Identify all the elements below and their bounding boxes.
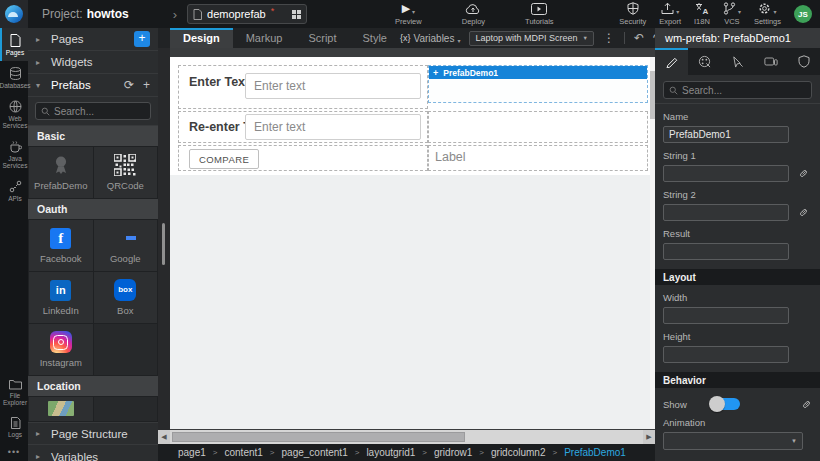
- compare-button[interactable]: COMPARE: [189, 149, 259, 169]
- tab-style[interactable]: Style: [350, 28, 400, 48]
- breadcrumb-item[interactable]: page_content1: [282, 447, 348, 458]
- prefab-tile-prefabdemo[interactable]: PrefabDemo: [29, 147, 93, 198]
- rail-item-logs[interactable]: Logs: [0, 411, 28, 443]
- canvas-page[interactable]: Enter Text + PrefabDemo1 Re-enter Text: [170, 57, 650, 429]
- bind-link-icon[interactable]: [798, 207, 809, 218]
- deploy-button[interactable]: Deploy: [462, 2, 485, 26]
- empty-tile: [94, 324, 158, 375]
- hscroll-track[interactable]: [170, 430, 643, 444]
- reenter-text-input[interactable]: [245, 114, 421, 140]
- show-toggle[interactable]: [711, 398, 740, 410]
- prefab-tile-map[interactable]: [29, 397, 93, 421]
- bind-link-icon[interactable]: [801, 399, 812, 410]
- prefab-search-input[interactable]: [54, 106, 145, 117]
- i18n-button[interactable]: A I18N: [694, 2, 710, 26]
- settings-button[interactable]: ▾ Settings: [754, 2, 781, 26]
- label-widget[interactable]: Label: [435, 150, 466, 164]
- breadcrumb-item[interactable]: gridcolumn2: [491, 447, 545, 458]
- height-input[interactable]: [663, 346, 789, 363]
- breadcrumb-item-current[interactable]: PrefabDemo1: [564, 447, 626, 458]
- tab-properties[interactable]: [655, 48, 688, 75]
- tab-styles[interactable]: [688, 48, 721, 75]
- tab-events[interactable]: [721, 48, 754, 75]
- more-options-icon[interactable]: ⋮: [603, 32, 615, 44]
- width-input[interactable]: [663, 307, 789, 324]
- export-button[interactable]: ▾ Export: [659, 2, 681, 26]
- section-prefabs[interactable]: ▾ Prefabs ⟳ +: [28, 74, 158, 97]
- string1-input[interactable]: [663, 165, 789, 182]
- rail-item-pages[interactable]: Pages: [0, 28, 28, 61]
- user-avatar[interactable]: JS: [794, 5, 812, 23]
- selected-prefab-widget[interactable]: + PrefabDemo1: [428, 65, 648, 103]
- left-panel-bottom: ▸ Page Structure ▸ Variables: [28, 422, 158, 461]
- rail-item-apis[interactable]: APIs: [0, 174, 28, 207]
- prefab-tile-instagram[interactable]: Instagram: [29, 324, 93, 375]
- tab-script[interactable]: Script: [295, 28, 349, 48]
- prefab-tile-linkedin[interactable]: in LinkedIn: [29, 272, 93, 323]
- page-icon: [193, 9, 202, 20]
- vcs-button[interactable]: ▾ VCS: [723, 2, 741, 26]
- preview-button[interactable]: ▶▾ Preview: [395, 2, 422, 26]
- gutter-scroll-thumb[interactable]: [162, 223, 165, 265]
- property-search-input[interactable]: [682, 85, 806, 96]
- section-widgets[interactable]: ▸ Widgets: [28, 51, 158, 74]
- tab-design[interactable]: Design: [170, 28, 233, 48]
- cursor-click-icon: [731, 55, 744, 68]
- scroll-left-arrow-icon[interactable]: ◀: [158, 430, 170, 444]
- tutorials-button[interactable]: Tutorials: [525, 2, 553, 26]
- gridcolumn1-row3[interactable]: COMPARE: [178, 145, 428, 171]
- tab-markup[interactable]: Markup: [233, 28, 296, 48]
- rail-item-databases[interactable]: Databases: [0, 61, 28, 94]
- animation-select[interactable]: ▼: [663, 432, 803, 450]
- bind-link-icon[interactable]: [798, 168, 809, 179]
- breadcrumb-item[interactable]: content1: [224, 447, 262, 458]
- rail-item-file-explorer[interactable]: File Explorer: [0, 373, 28, 411]
- selection-header[interactable]: + PrefabDemo1: [429, 66, 647, 79]
- breadcrumb-item[interactable]: gridrow1: [434, 447, 472, 458]
- security-button[interactable]: Security: [619, 2, 646, 26]
- move-handle-icon[interactable]: +: [433, 68, 438, 78]
- tab-device[interactable]: [754, 48, 787, 75]
- layout-section-header: Layout: [655, 269, 820, 285]
- prefab-search[interactable]: [35, 102, 151, 120]
- canvas-horizontal-scrollbar[interactable]: ◀ ▶: [158, 430, 655, 444]
- gridcolumn2-row2[interactable]: [428, 111, 648, 143]
- prefab-tile-facebook[interactable]: f Facebook: [29, 220, 93, 271]
- hscroll-thumb[interactable]: [172, 432, 465, 442]
- page-selector[interactable]: demoprefab *: [187, 4, 307, 24]
- tab-security[interactable]: [787, 48, 820, 75]
- string2-input[interactable]: [663, 204, 789, 221]
- inspector-tabs: [655, 48, 820, 75]
- section-page-structure[interactable]: ▸ Page Structure: [28, 422, 158, 445]
- rail-item-web-services[interactable]: Web Services: [0, 94, 28, 134]
- undo-icon[interactable]: ↶: [634, 32, 644, 44]
- add-prefab-icon[interactable]: +: [143, 78, 150, 92]
- page-grid-icon[interactable]: [292, 10, 301, 19]
- device-selector[interactable]: Laptop with MDPI Screen ▼: [469, 31, 594, 46]
- breadcrumb-item[interactable]: page1: [178, 447, 206, 458]
- prefab-tile-google[interactable]: Google: [94, 220, 158, 271]
- select-caret-icon: ▼: [791, 438, 797, 444]
- property-search[interactable]: [663, 81, 812, 99]
- prefab-tile-qrcode[interactable]: QRCode: [94, 147, 158, 198]
- name-input[interactable]: [663, 126, 789, 143]
- app-logo[interactable]: [0, 0, 28, 28]
- gridcolumn2-row3[interactable]: Label: [428, 145, 648, 171]
- gridcolumn1-row2[interactable]: Re-enter Text: [178, 111, 428, 143]
- variables-dropdown[interactable]: {x} Variables ▾: [400, 33, 460, 44]
- rail-more-icon[interactable]: •••: [0, 443, 28, 461]
- section-variables[interactable]: ▸ Variables: [28, 445, 158, 461]
- result-input[interactable]: [663, 243, 789, 260]
- breadcrumb-item[interactable]: layoutgrid1: [366, 447, 415, 458]
- refresh-prefabs-icon[interactable]: ⟳: [124, 78, 134, 92]
- branch-icon: [723, 2, 736, 15]
- group-oauth: Oauth: [28, 199, 158, 219]
- gridcolumn1-row1[interactable]: Enter Text: [178, 65, 428, 109]
- rail-item-java-services[interactable]: Java Services: [0, 134, 28, 174]
- scroll-right-arrow-icon[interactable]: ▶: [643, 430, 655, 444]
- chevron-right-icon: ▸: [36, 452, 44, 461]
- section-pages[interactable]: ▸ Pages +: [28, 28, 158, 51]
- add-page-button[interactable]: +: [134, 31, 150, 47]
- enter-text-input[interactable]: [245, 73, 421, 99]
- prefab-tile-box[interactable]: box Box: [94, 272, 158, 323]
